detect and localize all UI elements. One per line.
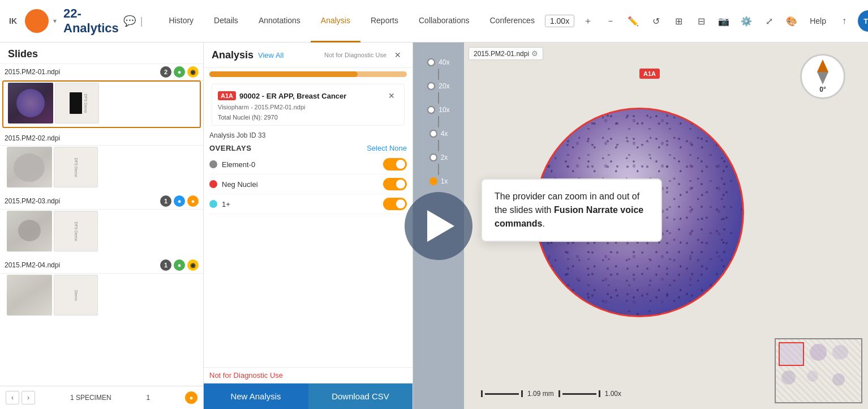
overlays-label: OVERLAYS xyxy=(209,144,251,152)
nav-collaborations[interactable]: Collaborations xyxy=(409,0,480,42)
analysis-card-header: A1A 90002 - ER APP, Breast Cancer ✕ xyxy=(218,89,398,103)
chat-icon[interactable]: 💬 xyxy=(123,15,136,27)
progress-bar-container xyxy=(204,68,412,80)
nav-annotations[interactable]: Annotations xyxy=(248,0,311,42)
ik-button[interactable]: IK xyxy=(6,14,20,28)
compass-degrees: 0° xyxy=(819,86,826,93)
zoom-node-10x[interactable]: 10x xyxy=(427,106,449,114)
zoom-node-2x[interactable]: 2x xyxy=(429,154,448,161)
grid-icon[interactable]: ⊞ xyxy=(669,12,687,30)
play-triangle-icon xyxy=(427,210,454,242)
nav-conferences[interactable]: Conferences xyxy=(480,0,545,42)
new-analysis-button[interactable]: New Analysis xyxy=(204,384,308,409)
mini-map[interactable] xyxy=(775,338,862,403)
slide-4-thumbs[interactable]: Demo xyxy=(2,274,201,319)
close-panel-button[interactable]: ✕ xyxy=(391,48,405,62)
zoom-circle-20x xyxy=(427,82,435,90)
nav-analysis[interactable]: Analysis xyxy=(311,0,360,42)
adjust-icon[interactable]: ⊟ xyxy=(692,12,710,30)
overlay-1plus-toggle[interactable] xyxy=(383,198,407,210)
specimen-count: 1 xyxy=(146,394,150,402)
help-button[interactable]: Help xyxy=(805,14,831,28)
viewer-file-name: 2015.PM2-01.ndpi xyxy=(474,50,529,58)
zoom-node-20x[interactable]: 20x xyxy=(427,82,449,90)
slide-viewer[interactable]: 2015.PM2-01.ndpi ⚙ 0° A1A xyxy=(464,42,868,409)
mini-map-circle-3 xyxy=(807,370,818,382)
pen-icon[interactable]: ✏️ xyxy=(624,12,642,30)
compass-inner: 0° xyxy=(817,59,828,93)
overlay-element0-dot xyxy=(209,160,217,168)
slide-3-badge-orange: ● xyxy=(187,195,199,207)
zoom-label-2x: 2x xyxy=(441,154,448,161)
slide-3-thumbs[interactable]: DP3 Demo xyxy=(2,210,201,255)
overlay-1plus-dot xyxy=(209,200,217,208)
view-all-link[interactable]: View All xyxy=(258,51,283,59)
analysis-card[interactable]: A1A 90002 - ER APP, Breast Cancer ✕ Visi… xyxy=(212,84,405,126)
palette-icon[interactable]: 🎨 xyxy=(783,12,801,30)
slide-2-thumbs[interactable]: DP3 Demo xyxy=(2,146,201,191)
prev-arrow[interactable]: ‹ xyxy=(6,391,19,404)
camera-icon[interactable]: 📷 xyxy=(715,12,733,30)
mini-map-inner xyxy=(776,339,861,402)
slide-2-name: 2015.PM2-02.ndpi xyxy=(5,134,60,142)
top-bar: IK ▾ 22-Analytics 💬 | History Details An… xyxy=(0,0,868,42)
zoom-line-3 xyxy=(438,116,439,127)
compass-south-icon xyxy=(817,72,828,84)
refresh-icon[interactable]: ↺ xyxy=(647,12,665,30)
select-none-link[interactable]: Select None xyxy=(367,144,407,152)
zoom-in-icon[interactable]: ＋ xyxy=(579,12,597,30)
slide-4-thumb-tissue xyxy=(7,275,52,316)
slide-3-badge-blue: ● xyxy=(174,195,185,207)
play-button[interactable] xyxy=(405,192,472,260)
nav-details[interactable]: Details xyxy=(204,0,248,42)
progress-bar xyxy=(209,71,407,77)
next-arrow[interactable]: › xyxy=(22,391,35,404)
overlay-element0-toggle[interactable] xyxy=(383,158,407,171)
overlay-neg-nuclei-toggle[interactable] xyxy=(383,178,407,190)
expand-icon[interactable]: ⤢ xyxy=(760,12,778,30)
dropdown-arrow-icon[interactable]: ▾ xyxy=(53,17,57,25)
overlay-1plus-name: 1+ xyxy=(222,200,379,208)
top-bar-right: 1.00x ＋ － ✏️ ↺ ⊞ ⊟ 📷 ⚙️ ⤢ 🎨 Help ↑ TD xyxy=(545,10,868,32)
slide-4-badges: 1 ● ◉ xyxy=(160,259,199,271)
app-title: 22-Analytics xyxy=(63,6,119,36)
slide-3-thumb-tissue xyxy=(7,211,52,252)
scale-bar: 1.09 mm 1.00x xyxy=(481,390,621,398)
nav-reports[interactable]: Reports xyxy=(360,0,409,42)
slide-4-badge-yellow: ◉ xyxy=(187,259,199,271)
zoom-label-4x: 4x xyxy=(441,130,448,138)
slides-sidebar: Slides 2015.PM2-01.ndpi 2 ● ◉ xyxy=(0,42,204,409)
scale-zoom: 1.00x xyxy=(605,390,621,398)
nav-arrows: ‹ › xyxy=(6,391,35,404)
slide-3-badge-num: 1 xyxy=(160,195,171,207)
tooltip-text: The provider can zoom in and out of the … xyxy=(495,191,643,228)
analysis-card-close[interactable]: ✕ xyxy=(385,89,398,103)
mini-map-circle-5 xyxy=(832,345,848,360)
slide-1-badge-num: 2 xyxy=(160,66,171,78)
share-icon[interactable]: ↑ xyxy=(835,12,853,30)
settings-icon[interactable]: ⚙️ xyxy=(737,12,755,30)
zoom-node-40x[interactable]: 40x xyxy=(427,58,449,66)
overlay-element0: Element-0 xyxy=(209,155,407,174)
overlay-list: Element-0 Neg Nuclei 1+ xyxy=(204,155,412,367)
a1a-badge: A1A xyxy=(218,91,236,100)
slide-3-thumb-label: DP3 Demo xyxy=(54,211,98,252)
zoom-circle-40x xyxy=(427,58,435,66)
slide-3-name: 2015.PM2-03.ndpi xyxy=(5,197,60,205)
avatar[interactable] xyxy=(25,9,49,33)
zoom-node-4x[interactable]: 4x xyxy=(429,130,448,138)
overlay-neg-nuclei-name: Neg Nuclei xyxy=(222,180,379,189)
not-diagnostic-footer: Not for Diagnostic Use xyxy=(204,367,412,383)
zoom-out-icon[interactable]: － xyxy=(601,12,620,30)
nav-history[interactable]: History xyxy=(159,0,204,42)
slide-name-4: 2015.PM2-04.ndpi 1 ● ◉ xyxy=(0,257,203,274)
analysis-card-title: 90002 - ER APP, Breast Cancer xyxy=(239,92,346,100)
slide-2-thumb-tissue xyxy=(7,147,52,188)
zoom-node-1x[interactable]: 1x xyxy=(429,177,448,185)
scale-right-cap xyxy=(521,390,523,397)
slide-1-thumbs[interactable]: DP3 Demo xyxy=(2,80,201,128)
download-csv-button[interactable]: Download CSV xyxy=(308,384,412,409)
user-avatar[interactable]: TD xyxy=(858,10,868,32)
version-divider: | xyxy=(140,15,143,27)
top-bar-left: IK ▾ 22-Analytics 💬 | History Details An… xyxy=(6,0,545,42)
